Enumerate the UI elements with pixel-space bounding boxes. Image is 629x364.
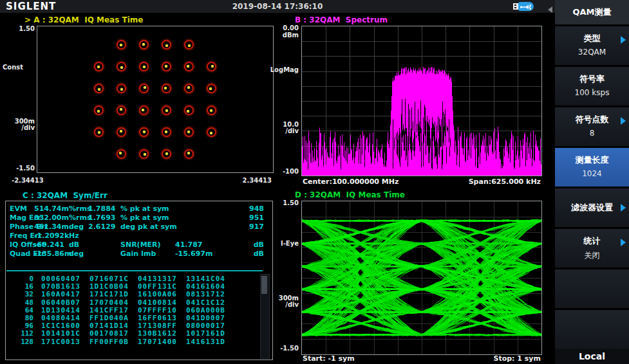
d-axis-top: 1.50 [273,199,299,206]
hex-group: 070B1613 [41,282,80,291]
constellation-point [117,84,126,93]
constellation-point [117,105,126,115]
hex-group: 16FF0613 [138,314,177,322]
symbol-dot [210,109,212,112]
d-stop: Stop: 1 sym [425,354,541,363]
constellation-point [184,62,194,71]
measurement-cell: -69.241 [34,241,64,249]
d-start: Start: -1 sym [303,354,355,363]
hex-scrollbar[interactable] [260,274,270,359]
measurement-cell: 41.787 [175,241,202,249]
usb-plug-icon [513,3,518,10]
hex-group: 1D1C0B04 [89,282,129,291]
symbol-dot [144,153,146,156]
hex-row: 4806040B071707040404100814041C1C12 [8,298,234,307]
b-axis-bottom: -100 [273,168,299,175]
symbol-dot [144,86,146,89]
hex-row-index: 128 [8,338,33,346]
hex-row-index: 32 [8,290,33,298]
symbol-dot [210,132,212,134]
constellation-point [117,40,126,50]
softkey-filter-settings[interactable]: 滤波器设置 [555,188,629,229]
softkey-value: 32QAM [555,44,629,57]
measurement-cell: 2.6129 [88,223,115,231]
softkey-value: 关闭 [555,247,629,261]
spectrum-plot [301,26,542,176]
analyzer-screen: SIGLENT 2019-08-14 17:36:10 > A : 32QAM … [0,0,629,364]
b-ref-level: 0.00 [273,24,299,32]
usb-icon [513,2,535,11]
clock: 2019-08-14 17:36:10 [0,2,555,11]
softkey-meas-length[interactable]: 测量长度1024 [555,148,629,188]
softkey-title: 统计 [555,229,629,247]
constellation-point [139,40,149,50]
softkey-items: 类型32QAM符号率100 ksps符号点数8测量长度1024滤波器设置统计关闭 [555,26,629,350]
hex-group: 160A0417 [41,290,80,298]
hex-group: FF00FF0B [89,338,129,346]
eye-diagram-plot [301,201,542,355]
symbol-dot [187,86,190,89]
hex-row-index: 112 [8,329,33,338]
symbol-dot [165,44,168,47]
b-span: Span:625.000 kHz [425,177,541,186]
submenu-arrow-icon [621,204,626,212]
hex-row: 961C1C160007141D14171308FF08000017 [8,322,234,330]
symbol-dot [165,152,168,155]
softkey-statistics[interactable]: 统计关闭 [555,229,629,269]
hex-row: 128171C0013FF00FF0B170714001416131D [8,338,234,346]
hex-row-index: 0 [8,275,33,283]
symbol-dot [164,87,167,89]
constellation-point [162,149,171,159]
hex-group: 0716071C [89,275,129,283]
submenu-arrow-icon [621,239,626,246]
constellation-point [207,84,216,93]
measurement-cell: -15.697m [175,250,212,258]
table-separator [6,270,263,271]
measurement-cell: SNR(MER) [120,241,161,249]
b-axis-scale-unit: /div [273,127,299,134]
softkey-symbol-rate[interactable]: 符号率100 ksps [555,67,629,107]
hex-group: 08000017 [186,322,225,330]
d-axis-scale-unit: /div [273,301,299,308]
a-axis-bottom: -1.50 [9,165,35,172]
hex-group: 130B1612 [138,329,177,338]
symbol-dot [120,88,123,91]
constellation-point [162,40,171,50]
panel-a-title: > A : 32QAM IQ Meas Time [24,15,143,24]
hex-scrollbar-thumb[interactable] [261,276,267,294]
d-axis-bottom: -1.50 [273,345,299,352]
measurement-cell: deg [69,223,84,231]
symbol-dot [97,66,100,68]
constellation-point [94,105,104,115]
constellation-point [117,127,126,137]
hex-group: 041C1C12 [186,298,225,307]
measurement-cell: 917 [232,223,264,231]
measurement-cell: 514.74m [34,205,69,213]
measurement-cell: % pk at sym [120,214,169,222]
menu-collapse-icon[interactable] [548,6,552,13]
panel-d-title: D : 32QAM IQ Meas Time [295,190,405,199]
hex-group: 04161604 [186,282,225,291]
hex-group: 16100A06 [138,290,177,298]
softkey-symbol-points[interactable]: 符号点数8 [555,107,629,148]
symbol-dot [120,108,122,111]
measurement-cell: -1.2092k [34,232,69,240]
measurement-cell: 948 [232,205,264,213]
hex-row-index: 48 [8,298,33,307]
constellation-plot [37,26,274,173]
hex-row: 641D130414141CFF1707FFFF10060A000B [8,306,234,314]
softkey-empty-1 [555,269,629,310]
softkey-value: 1024 [555,166,629,178]
constellation-point [162,84,171,93]
constellation-point [139,127,149,137]
b-center-freq: Center:100.000000 MHz [303,177,399,186]
softkey-type[interactable]: 类型32QAM [555,26,629,67]
hex-group: 06040B07 [41,298,80,307]
hex-group: 07141D14 [89,322,129,330]
measurement-cell: dB [232,250,264,258]
symbol-dot [97,110,100,113]
hex-group: 141CFF17 [89,306,129,314]
symbol-dot [165,65,167,68]
measurement-cell: dB [232,241,264,249]
panel-b-title: B : 32QAM Spectrum [295,15,388,24]
